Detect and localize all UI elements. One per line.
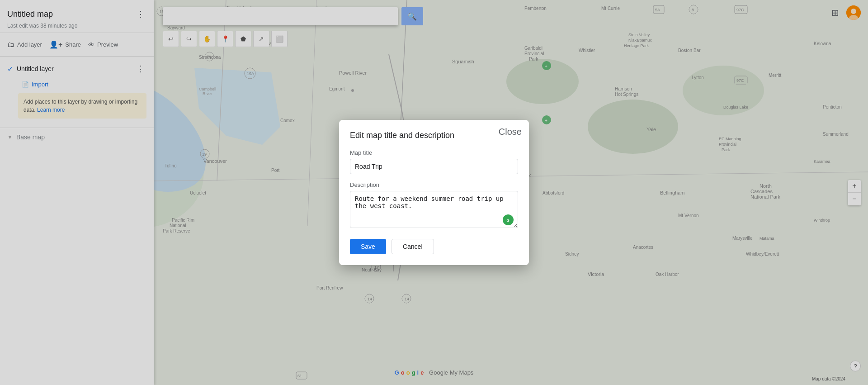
modal-backdrop: Close Edit map title and description Map… [0, 0, 868, 385]
edit-map-dialog: Close Edit map title and description Map… [339, 120, 529, 265]
map-title-input[interactable] [350, 159, 518, 174]
cancel-button[interactable]: Cancel [392, 239, 434, 254]
description-wrapper: Route for a weekend summer road trip up … [350, 191, 518, 230]
save-button[interactable]: Save [350, 239, 386, 254]
grammarly-icon: G [503, 214, 514, 225]
dialog-title: Edit map title and description [350, 131, 518, 140]
dialog-actions: Save Cancel [350, 239, 518, 254]
description-input[interactable]: Route for a weekend summer road trip up … [350, 191, 518, 228]
dialog-close-button[interactable]: Close [499, 127, 522, 136]
map-title-group: Map title [350, 149, 518, 174]
map-title-label: Map title [350, 149, 518, 156]
svg-text:G: G [507, 219, 509, 223]
description-group: Description Route for a weekend summer r… [350, 181, 518, 230]
description-label: Description [350, 181, 518, 188]
